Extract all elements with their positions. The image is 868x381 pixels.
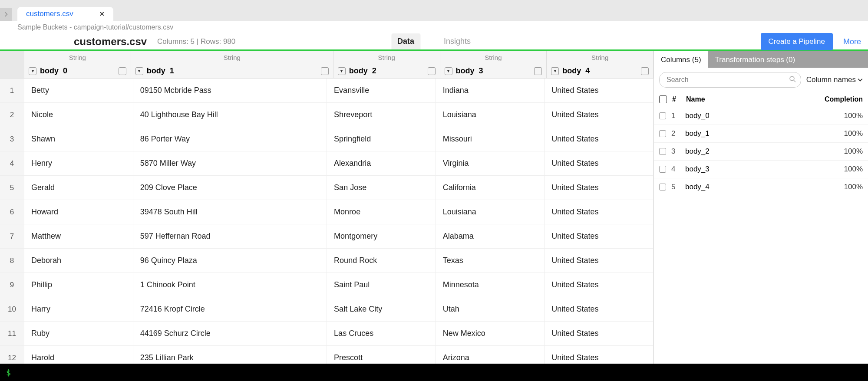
table-cell[interactable]: United States — [545, 127, 653, 151]
table-cell[interactable]: Arizona — [436, 346, 545, 364]
column-checkbox[interactable] — [119, 67, 126, 75]
table-cell[interactable]: Monroe — [327, 200, 436, 224]
table-cell[interactable]: Minnesota — [436, 273, 545, 297]
table-row[interactable]: 1Betty09150 Mcbride PassEvansvilleIndian… — [0, 79, 653, 103]
table-cell[interactable]: 39478 South Hill — [133, 200, 327, 224]
table-cell[interactable]: 96 Quincy Plaza — [133, 249, 327, 273]
column-checkbox[interactable] — [534, 67, 542, 75]
table-cell[interactable]: 09150 Mcbride Pass — [133, 79, 327, 102]
file-tab[interactable]: customers.csv ✕ — [17, 7, 113, 21]
table-cell[interactable]: Louisiana — [436, 103, 545, 127]
column-list-item[interactable]: 5 body_4 100% — [654, 178, 868, 196]
table-cell[interactable]: Harold — [24, 346, 133, 364]
column-item-checkbox[interactable] — [659, 130, 666, 137]
table-cell[interactable]: 86 Porter Way — [133, 127, 327, 151]
create-pipeline-button[interactable]: Create a Pipeline — [761, 33, 833, 50]
table-cell[interactable]: Louisiana — [436, 200, 545, 224]
table-cell[interactable]: United States — [545, 151, 653, 175]
table-cell[interactable]: Phillip — [24, 273, 133, 297]
table-cell[interactable]: United States — [545, 103, 653, 127]
column-item-checkbox[interactable] — [659, 148, 666, 155]
table-cell[interactable]: Shreveport — [327, 103, 436, 127]
table-cell[interactable]: Evansville — [327, 79, 436, 102]
column-list-item[interactable]: 4 body_3 100% — [654, 161, 868, 178]
tab-data[interactable]: Data — [391, 33, 420, 49]
table-cell[interactable]: Shawn — [24, 127, 133, 151]
column-menu-icon[interactable]: ▾ — [135, 67, 143, 75]
column-list-item[interactable]: 1 body_0 100% — [654, 107, 868, 125]
table-cell[interactable]: 235 Lillian Park — [133, 346, 327, 364]
table-cell[interactable]: Montgomery — [327, 224, 436, 248]
table-cell[interactable]: Alabama — [436, 224, 545, 248]
column-list-item[interactable]: 2 body_1 100% — [654, 125, 868, 143]
table-cell[interactable]: Alexandria — [327, 151, 436, 175]
table-cell[interactable]: Nicole — [24, 103, 133, 127]
table-cell[interactable]: Las Cruces — [327, 322, 436, 345]
column-search-input[interactable] — [659, 72, 801, 88]
table-row[interactable]: 4Henry5870 Miller WayAlexandriaVirginiaU… — [0, 151, 653, 176]
tab-insights[interactable]: Insights — [438, 33, 477, 49]
table-cell[interactable]: United States — [545, 322, 653, 345]
column-menu-icon[interactable]: ▾ — [29, 67, 36, 75]
table-row[interactable]: 7Matthew597 Heffernan RoadMontgomeryAlab… — [0, 224, 653, 249]
table-cell[interactable]: Virginia — [436, 151, 545, 175]
column-checkbox[interactable] — [641, 67, 649, 75]
more-link[interactable]: More — [843, 37, 861, 46]
table-cell[interactable]: United States — [545, 200, 653, 224]
table-cell[interactable]: Henry — [24, 151, 133, 175]
table-row[interactable]: 10Harry72416 Kropf CircleSalt Lake CityU… — [0, 297, 653, 322]
table-row[interactable]: 12Harold235 Lillian ParkPrescottArizonaU… — [0, 346, 653, 364]
sidepanel-tab-columns[interactable]: Columns (5) — [654, 51, 708, 68]
table-cell[interactable]: Utah — [436, 297, 545, 321]
table-cell[interactable]: 5870 Miller Way — [133, 151, 327, 175]
table-cell[interactable]: California — [436, 176, 545, 200]
table-cell[interactable]: Harry — [24, 297, 133, 321]
table-cell[interactable]: United States — [545, 346, 653, 364]
table-cell[interactable]: 1 Chinook Point — [133, 273, 327, 297]
column-item-checkbox[interactable] — [659, 184, 666, 190]
filter-dropdown[interactable]: Column names — [806, 76, 863, 84]
terminal-prompt[interactable]: $ — [6, 368, 11, 377]
table-row[interactable]: 3Shawn86 Porter WaySpringfieldMissouriUn… — [0, 127, 653, 151]
expand-sidebar-button[interactable] — [0, 8, 12, 21]
table-cell[interactable]: New Mexico — [436, 322, 545, 345]
table-cell[interactable]: United States — [545, 176, 653, 200]
table-cell[interactable]: Matthew — [24, 224, 133, 248]
table-cell[interactable]: Indiana — [436, 79, 545, 102]
table-cell[interactable]: United States — [545, 79, 653, 102]
table-cell[interactable]: United States — [545, 224, 653, 248]
table-row[interactable]: 8Deborah96 Quincy PlazaRound RockTexasUn… — [0, 249, 653, 273]
column-checkbox[interactable] — [321, 67, 329, 75]
table-cell[interactable]: 40 Lighthouse Bay Hill — [133, 103, 327, 127]
close-tab-icon[interactable]: ✕ — [99, 10, 105, 17]
table-cell[interactable]: 72416 Kropf Circle — [133, 297, 327, 321]
table-row[interactable]: 11Ruby44169 Schurz CircleLas CrucesNew M… — [0, 322, 653, 346]
table-cell[interactable]: Betty — [24, 79, 133, 102]
column-menu-icon[interactable]: ▾ — [551, 67, 559, 75]
table-cell[interactable]: Springfield — [327, 127, 436, 151]
table-row[interactable]: 2Nicole40 Lighthouse Bay HillShreveportL… — [0, 103, 653, 127]
table-cell[interactable]: United States — [545, 297, 653, 321]
table-cell[interactable]: Gerald — [24, 176, 133, 200]
table-cell[interactable]: United States — [545, 273, 653, 297]
column-item-checkbox[interactable] — [659, 112, 666, 119]
column-list-item[interactable]: 3 body_2 100% — [654, 143, 868, 161]
table-cell[interactable]: Prescott — [327, 346, 436, 364]
sidepanel-tab-transformation[interactable]: Transformation steps (0) — [708, 51, 868, 68]
table-cell[interactable]: Ruby — [24, 322, 133, 345]
table-row[interactable]: 9Phillip1 Chinook PointSaint PaulMinneso… — [0, 273, 653, 297]
table-cell[interactable]: Saint Paul — [327, 273, 436, 297]
select-all-checkbox[interactable] — [659, 95, 667, 103]
column-checkbox[interactable] — [428, 67, 436, 75]
table-cell[interactable]: Round Rock — [327, 249, 436, 273]
table-cell[interactable]: Howard — [24, 200, 133, 224]
table-cell[interactable]: Missouri — [436, 127, 545, 151]
table-row[interactable]: 5Gerald209 Clove PlaceSan JoseCalifornia… — [0, 176, 653, 200]
column-item-checkbox[interactable] — [659, 166, 666, 173]
column-menu-icon[interactable]: ▾ — [445, 67, 452, 75]
table-cell[interactable]: San Jose — [327, 176, 436, 200]
table-cell[interactable]: Texas — [436, 249, 545, 273]
table-cell[interactable]: United States — [545, 249, 653, 273]
column-menu-icon[interactable]: ▾ — [338, 67, 346, 75]
table-cell[interactable]: 209 Clove Place — [133, 176, 327, 200]
